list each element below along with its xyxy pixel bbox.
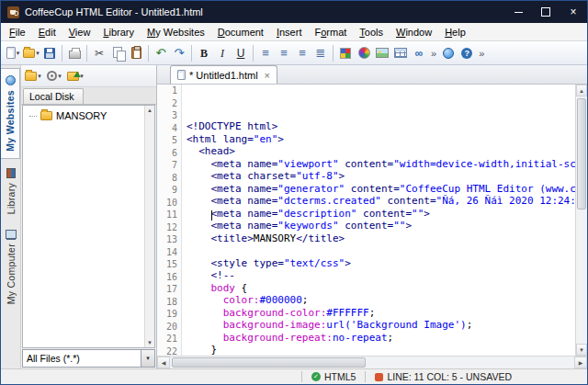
tree-scrollbar[interactable]: ▲ ▼ [144, 106, 154, 347]
sidebar-tab-label: My Websites [5, 90, 16, 152]
minimize-button[interactable] [504, 1, 532, 23]
horizontal-scrollbar[interactable]: ◀ ▶ [157, 356, 587, 368]
font-color-button[interactable] [336, 43, 355, 63]
folder-options-button[interactable]: ▾ [45, 67, 63, 85]
folder-up-icon [67, 72, 79, 81]
code-line[interactable]: body { [187, 282, 575, 295]
scroll-up-icon[interactable]: ▲ [147, 108, 153, 113]
code-line[interactable]: <meta name="viewport" content="width=dev… [187, 158, 575, 171]
open-file-button[interactable]: ▾ [22, 43, 40, 63]
bullet-list-button[interactable]: ≣ [311, 43, 330, 63]
line-number-gutter: 12345678910111213141516171819202122 [157, 85, 182, 356]
code-line[interactable]: color:#000000; [187, 294, 575, 307]
redo-button[interactable]: ↷ [170, 43, 188, 63]
tree-item-mansory[interactable]: MANSORY [25, 109, 142, 122]
code-line[interactable]: <meta name="keywords" content=""> [187, 220, 575, 232]
code-line[interactable]: <head> [187, 145, 575, 158]
scroll-right-button[interactable]: ▶ [574, 357, 587, 368]
sidebar-tab-my-computer[interactable]: My Computer [1, 223, 20, 311]
validation-ok-icon: ✓ [311, 372, 321, 381]
menu-item-help[interactable]: Help [438, 25, 472, 40]
copy-button[interactable] [108, 43, 127, 63]
code-line[interactable]: background-image:url('Background Image')… [187, 319, 575, 332]
code-line[interactable]: background-repeat:no-repeat; [187, 332, 575, 345]
bold-button[interactable]: B [195, 43, 213, 63]
paste-button[interactable] [127, 43, 145, 63]
code-line[interactable]: <title>MANSORY</title> [187, 232, 575, 245]
menu-item-edit[interactable]: Edit [32, 25, 62, 40]
vertical-scrollbar[interactable]: ▲ ▼ [575, 85, 587, 356]
code-line[interactable]: background-color:#FFFFFF; [187, 307, 575, 320]
scroll-up-button[interactable]: ▲ [576, 85, 587, 96]
folder-options-icon [47, 71, 57, 81]
code-line[interactable]: <meta name="generator" content="CoffeeCu… [187, 183, 575, 196]
folder-up-button[interactable]: ▾ [66, 67, 85, 85]
code-line[interactable]: <!DOCTYPE html> [187, 120, 575, 133]
menu-item-format[interactable]: Format [308, 25, 353, 40]
open-in-browser-button[interactable] [439, 43, 458, 63]
dropdown-caret-icon[interactable]: ▾ [17, 50, 20, 57]
code-content[interactable]: <!DOCTYPE html><html lang="en"> <head> <… [182, 85, 575, 356]
highlight-color-button[interactable] [355, 43, 373, 63]
undo-button[interactable]: ↶ [152, 43, 170, 63]
filter-dropdown-caret-icon[interactable]: ▾ [141, 350, 154, 367]
underline-button[interactable]: U [232, 43, 250, 63]
menu-item-document[interactable]: Document [211, 25, 270, 40]
cut-button[interactable]: ✂ [90, 43, 108, 63]
maximize-button[interactable] [532, 1, 560, 23]
local-disk-tab[interactable]: Local Disk [23, 88, 84, 104]
hscroll-thumb[interactable] [172, 357, 366, 368]
code-line[interactable]: <style type="text/css"> [187, 257, 575, 270]
code-line[interactable]: <!-- [187, 269, 575, 282]
menu-bar: FileEditViewLibraryMy WebsitesDocumentIn… [1, 23, 587, 41]
new-document-button[interactable]: ▾ [4, 43, 22, 63]
toolbar-overflow-chevron[interactable]: » [476, 48, 487, 59]
menu-item-insert[interactable]: Insert [270, 25, 309, 40]
align-left-button[interactable]: ≡ [256, 43, 275, 63]
toolbar-separator [253, 45, 254, 62]
scroll-down-icon[interactable]: ▼ [147, 340, 153, 345]
tab-close-icon[interactable]: × [265, 70, 270, 81]
dropdown-caret-icon[interactable]: ▾ [38, 73, 41, 80]
insert-image-button[interactable] [373, 43, 391, 63]
insert-link-button[interactable]: ∞ [410, 43, 428, 63]
align-left-icon: ≡ [258, 46, 273, 61]
hscroll-track[interactable] [170, 357, 574, 368]
help-button[interactable]: ? [458, 43, 476, 63]
open-in-browser-icon [443, 48, 454, 59]
new-folder-button[interactable]: ▾ [24, 67, 42, 85]
menu-item-window[interactable]: Window [390, 25, 438, 40]
toolbar-overflow-chevron[interactable]: » [428, 48, 439, 59]
close-button[interactable]: × [560, 1, 587, 23]
align-right-button[interactable]: ≡ [293, 43, 311, 63]
editor-tab-untitled1[interactable]: * Untitled1.html × [170, 65, 277, 84]
my-computer-icon [6, 230, 17, 239]
vscroll-track[interactable] [576, 96, 587, 344]
code-line[interactable]: <meta name="dcterms.created" content="Ñá… [187, 195, 575, 208]
code-line[interactable]: } [187, 344, 575, 356]
menu-item-file[interactable]: File [3, 25, 32, 40]
sidebar-tab-my-websites[interactable]: My Websites [1, 68, 20, 159]
sidebar-tab-library[interactable]: Library [1, 162, 20, 221]
italic-icon: I [215, 46, 230, 61]
menu-item-library[interactable]: Library [96, 25, 141, 40]
code-line[interactable]: <meta charset="utf-8"> [187, 170, 575, 183]
file-filter-dropdown[interactable]: All Files (*.*) ▾ [22, 349, 155, 368]
dropdown-caret-icon[interactable]: ▾ [58, 73, 62, 80]
italic-button[interactable]: I [213, 43, 232, 63]
save-file-button[interactable] [40, 43, 59, 63]
menu-item-my-websites[interactable]: My Websites [141, 25, 211, 40]
menu-item-tools[interactable]: Tools [353, 25, 390, 40]
print-button[interactable] [65, 43, 84, 63]
vscroll-thumb[interactable] [577, 98, 586, 209]
code-line[interactable]: <meta name="description" content=""> [187, 208, 575, 221]
code-line[interactable]: <html lang="en"> [187, 133, 575, 146]
code-line[interactable] [187, 244, 575, 257]
align-center-button[interactable]: ≡ [275, 43, 293, 63]
scroll-left-button[interactable]: ◀ [157, 357, 170, 368]
scroll-down-button[interactable]: ▼ [576, 344, 587, 356]
open-file-icon [23, 49, 35, 58]
insert-table-button[interactable] [391, 43, 410, 63]
menu-item-view[interactable]: View [62, 25, 97, 40]
dropdown-caret-icon[interactable]: ▾ [36, 50, 40, 57]
